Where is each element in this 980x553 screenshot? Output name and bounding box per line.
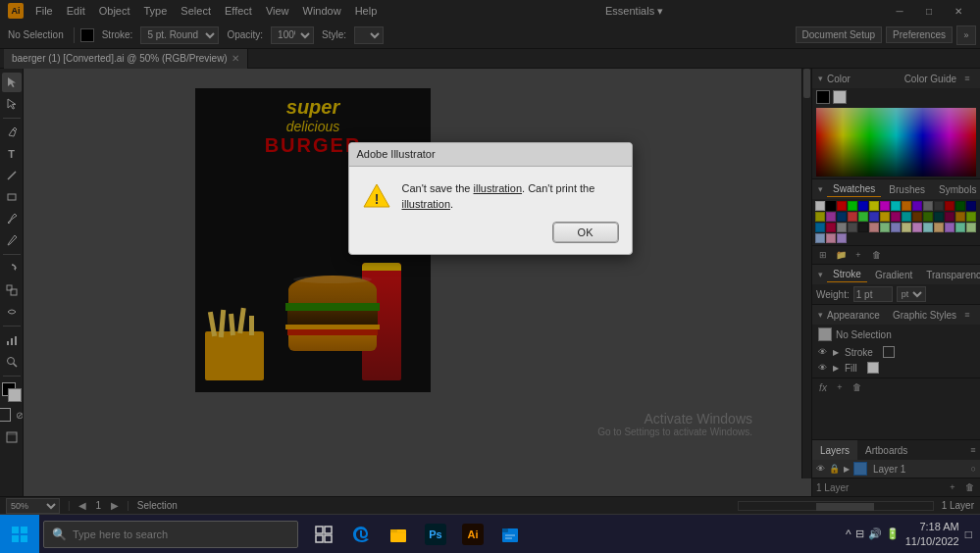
- dialog-overlay: Adobe Illustrator ! Can't save the illus…: [0, 0, 980, 514]
- ai-icon-bg: Ai: [462, 524, 484, 545]
- dialog-message: Can't save the illustration. Can't print…: [402, 180, 618, 213]
- windows-logo-icon: [12, 527, 27, 542]
- search-input[interactable]: [73, 528, 269, 540]
- svg-rect-20: [316, 535, 323, 542]
- taskbar-search-box[interactable]: 🔍: [43, 521, 298, 548]
- illustrator-button[interactable]: Ai: [455, 517, 490, 552]
- photoshop-button[interactable]: Ps: [418, 517, 453, 552]
- network-icon[interactable]: ⊟: [855, 528, 864, 540]
- svg-rect-14: [12, 527, 19, 533]
- edge-button[interactable]: [343, 517, 379, 552]
- svg-rect-23: [390, 529, 397, 532]
- tray-icons: ^ ⊟ 🔊 🔋: [846, 528, 900, 541]
- explorer-button[interactable]: [381, 517, 416, 552]
- date-display: 11/10/2022: [905, 534, 959, 548]
- app-window: Ai File Edit Object Type Select Effect V…: [0, 0, 980, 514]
- start-button[interactable]: [0, 515, 39, 554]
- clock[interactable]: 7:18 AM 11/10/2022: [905, 520, 959, 548]
- warning-icon: !: [363, 182, 390, 210]
- edge-icon: [351, 525, 371, 544]
- svg-text:!: !: [374, 191, 379, 207]
- svg-rect-17: [21, 535, 27, 542]
- tray-chevron[interactable]: ^: [846, 528, 851, 541]
- battery-icon[interactable]: 🔋: [886, 528, 900, 540]
- ps-icon-bg: Ps: [425, 524, 446, 545]
- dialog-highlight1: illustration: [474, 182, 523, 194]
- explorer-icon: [388, 525, 408, 544]
- search-icon: 🔍: [52, 528, 67, 541]
- dialog-msg-part3: .: [450, 198, 453, 210]
- taskbar: 🔍: [0, 514, 980, 553]
- dialog-highlight2: illustration: [402, 198, 451, 210]
- svg-rect-18: [316, 527, 323, 533]
- dialog-msg-part1: Can't save the: [402, 182, 474, 194]
- svg-rect-19: [325, 527, 332, 533]
- dialog-title-bar: Adobe Illustrator: [349, 143, 632, 167]
- volume-icon[interactable]: 🔊: [868, 528, 882, 540]
- filemanager-icon: [500, 525, 520, 544]
- time-display: 7:18 AM: [905, 520, 959, 533]
- dialog-title: Adobe Illustrator: [357, 148, 436, 160]
- taskview-button[interactable]: [306, 517, 341, 552]
- taskbar-apps: Ps Ai: [306, 517, 528, 552]
- dialog-body: ! Can't save the illustration. Can't pri…: [349, 167, 632, 223]
- dialog-msg-part2: . Can't print the: [522, 182, 594, 194]
- svg-rect-25: [502, 528, 508, 532]
- svg-rect-16: [12, 535, 19, 542]
- svg-rect-21: [325, 535, 332, 542]
- filemanager-button[interactable]: [492, 517, 528, 552]
- alert-dialog: Adobe Illustrator ! Can't save the illus…: [348, 142, 633, 255]
- system-tray: ^ ⊟ 🔊 🔋 7:18 AM 11/10/2022 □: [846, 520, 980, 548]
- notification-icon[interactable]: □: [965, 528, 972, 541]
- svg-rect-15: [21, 527, 27, 533]
- ps-icon-text: Ps: [429, 528, 441, 540]
- dialog-footer: OK: [349, 223, 632, 254]
- taskview-icon: [315, 526, 333, 543]
- ai-icon-text: Ai: [468, 528, 479, 540]
- dialog-ok-button[interactable]: OK: [553, 223, 618, 242]
